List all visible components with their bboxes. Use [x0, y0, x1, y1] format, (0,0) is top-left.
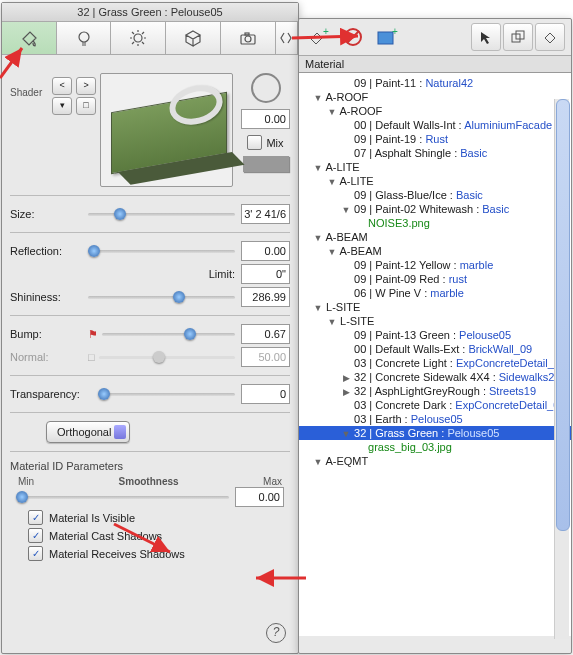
tree-row[interactable]: 03 | Concrete Dark : ExpConcreteDetail_0	[299, 398, 571, 412]
tree-row[interactable]: ▼ L-SITE	[299, 300, 571, 314]
bump-slider[interactable]	[102, 327, 235, 341]
tree-row[interactable]: 09 | Paint-11 : Natural42	[299, 76, 571, 90]
tree-row[interactable]: ▼ 09 | Paint-02 Whitewash : Basic	[299, 202, 571, 216]
checkbox[interactable]: ✓	[28, 528, 43, 543]
tree-row[interactable]: ▼ A-EQMT	[299, 454, 571, 468]
tree-row[interactable]: ▶ 32 | Concrete Sidewalk 4X4 : Sidewalks…	[299, 370, 571, 384]
smoothness-value[interactable]: 0.00	[235, 487, 284, 507]
shader-content: Shader < ▾ > □ 0.00 Mix Size:3' 2 41/6 R…	[2, 55, 298, 629]
transparency-slider[interactable]	[98, 387, 235, 401]
toggle-shader-button[interactable]: ▾	[52, 97, 72, 115]
tree-row[interactable]: 06 | W Pine V : marble	[299, 286, 571, 300]
tree-row[interactable]: ▼ 32 | Grass Green : Pelouse05	[299, 426, 571, 440]
help-button[interactable]: ?	[266, 623, 286, 629]
toggle2-shader-button[interactable]: □	[76, 97, 96, 115]
delete-material-button[interactable]	[339, 24, 367, 50]
shininess-slider[interactable]	[88, 290, 235, 304]
tab-light[interactable]	[57, 22, 112, 54]
tree-row[interactable]: ▶ 32 | AsphLightGreyRough : Streets19	[299, 384, 571, 398]
reflection-label: Reflection:	[10, 245, 88, 257]
shader-panel: 32 | Grass Green : Pelouse05 Shader < ▾ …	[1, 2, 299, 654]
check-label: Material Is Visible	[49, 512, 135, 524]
select-tool[interactable]	[471, 23, 501, 51]
tree-row[interactable]: 09 | Paint-19 : Rust	[299, 132, 571, 146]
check-1: ✓Material Cast Shadows	[28, 528, 290, 543]
checkbox[interactable]: ✓	[28, 546, 43, 561]
tree-row[interactable]: 09 | Glass-Blue/Ice : Basic	[299, 188, 571, 202]
smoothness-slider[interactable]	[16, 490, 229, 504]
next-shader-button[interactable]: >	[76, 77, 96, 95]
reflection-value[interactable]: 0.00	[241, 241, 290, 261]
tree-row[interactable]: ▼ A-ROOF	[299, 90, 571, 104]
tree-row[interactable]: ▼ A-LITE	[299, 174, 571, 188]
tree-row[interactable]: 07 | Asphalt Shingle : Basic	[299, 146, 571, 160]
tree-row[interactable]: ▼ A-BEAM	[299, 230, 571, 244]
prev-shader-button[interactable]: <	[52, 77, 72, 95]
tab-expand[interactable]	[276, 22, 298, 54]
min-label: Min	[18, 476, 34, 487]
shininess-value[interactable]: 286.99	[241, 287, 290, 307]
tab-shader[interactable]	[2, 22, 57, 54]
transparency-value[interactable]: 0	[241, 384, 290, 404]
shininess-label: Shininess:	[10, 291, 88, 303]
tree-row[interactable]: 03 | Concrete Light : ExpConcreteDetail_…	[299, 356, 571, 370]
layers-tool[interactable]	[503, 23, 533, 51]
mix-checkbox[interactable]	[247, 135, 262, 150]
tree-row[interactable]: 00 | Default Walls-Int : AluminiumFacade	[299, 118, 571, 132]
tree-row[interactable]: grass_big_03.jpg	[299, 440, 571, 454]
color-swatch[interactable]	[243, 156, 289, 172]
tab-sun[interactable]	[111, 22, 166, 54]
bump-value[interactable]: 0.67	[241, 324, 290, 344]
tab-bar	[2, 22, 298, 55]
checkbox[interactable]: ✓	[28, 510, 43, 525]
material-tree[interactable]: 09 | Paint-11 : Natural42▼ A-ROOF▼ A-ROO…	[299, 73, 571, 636]
tree-header: Material	[299, 56, 571, 73]
matid-section-label: Material ID Parameters	[10, 460, 290, 472]
tree-row[interactable]: ▼ A-LITE	[299, 160, 571, 174]
normal-label: Normal:	[10, 351, 88, 363]
cube-icon	[184, 29, 202, 47]
tree-row[interactable]: ▼ L-SITE	[299, 314, 571, 328]
bump-label: Bump:	[10, 328, 88, 340]
size-value[interactable]: 3' 2 41/6	[241, 204, 290, 224]
scrollbar[interactable]	[554, 99, 569, 639]
tree-row[interactable]: 09 | Paint-12 Yellow : marble	[299, 258, 571, 272]
tab-cube[interactable]	[166, 22, 221, 54]
tab-camera[interactable]	[221, 22, 276, 54]
pointer-icon	[479, 30, 493, 44]
rotation-dial[interactable]	[251, 73, 281, 103]
limit-label: Limit:	[88, 268, 241, 280]
normal-slider	[99, 350, 235, 364]
material-list-panel: + + Material 09 | Paint-11 : Natural42▼ …	[298, 18, 572, 654]
tree-row[interactable]: 09 | Paint-09 Red : rust	[299, 272, 571, 286]
reflection-slider[interactable]	[88, 244, 235, 258]
bucket-tool[interactable]	[535, 23, 565, 51]
window-title: 32 | Grass Green : Pelouse05	[2, 3, 298, 22]
limit-value[interactable]: 0"	[241, 264, 290, 284]
tree-row[interactable]: 09 | Paint-13 Green : Pelouse05	[299, 328, 571, 342]
check-label: Material Receives Shadows	[49, 548, 185, 560]
size-slider[interactable]	[88, 207, 235, 221]
paint-bucket-icon	[543, 30, 557, 44]
camera-icon	[239, 29, 257, 47]
normal-flag-icon: □	[88, 351, 95, 363]
projection-select[interactable]: Orthogonal	[46, 421, 130, 443]
bump-warning-icon: ⚑	[88, 328, 98, 341]
tree-row[interactable]: ▼ A-BEAM	[299, 244, 571, 258]
scrollbar-thumb[interactable]	[556, 99, 570, 531]
svg-rect-4	[245, 33, 249, 35]
add-image-button[interactable]: +	[373, 24, 401, 50]
tree-row[interactable]: 03 | Earth : Pelouse05	[299, 412, 571, 426]
tree-row[interactable]: 00 | Default Walls-Ext : BrickWall_09	[299, 342, 571, 356]
paint-bucket-icon	[20, 29, 38, 47]
tree-row[interactable]: NOISE3.png	[299, 216, 571, 230]
tree-row[interactable]: ▼ A-ROOF	[299, 104, 571, 118]
svg-point-1	[134, 34, 142, 42]
smoothness-label: Smoothness	[119, 476, 179, 487]
rotation-value[interactable]: 0.00	[241, 109, 290, 129]
add-material-button[interactable]: +	[305, 24, 333, 50]
svg-text:+: +	[392, 27, 398, 37]
bulb-icon	[75, 29, 93, 47]
size-label: Size:	[10, 208, 88, 220]
material-toolbar: + +	[299, 19, 571, 56]
